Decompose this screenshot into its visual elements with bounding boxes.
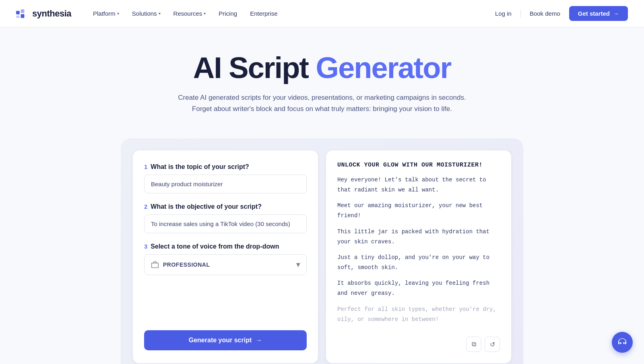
card-area: 1 What is the topic of your script? 2 Wh… (121, 138, 523, 364)
tone-dropdown[interactable]: PROFESSIONAL ▾ (144, 254, 307, 275)
step-1-number: 1 (144, 163, 147, 170)
objective-input[interactable] (144, 214, 307, 233)
headset-icon (617, 337, 627, 347)
chevron-down-icon: ▾ (296, 260, 300, 269)
logo-link[interactable]: synthesia (16, 8, 71, 19)
chevron-down-icon: ▾ (117, 11, 119, 16)
generate-button[interactable]: Generate your script → (144, 330, 307, 350)
copy-button[interactable]: ⧉ (466, 337, 481, 352)
book-demo-link[interactable]: Book demo (524, 7, 566, 20)
topic-input[interactable] (144, 175, 307, 193)
hero-subtitle: Create AI generated scripts for your vid… (169, 92, 475, 114)
get-started-button[interactable]: Get started → (569, 6, 628, 21)
logo-icon (16, 9, 29, 18)
svg-point-5 (620, 342, 621, 344)
nav-item-solutions[interactable]: Solutions ▾ (126, 7, 166, 20)
chevron-down-icon: ▾ (159, 11, 161, 16)
form-panel: 1 What is the topic of your script? 2 Wh… (133, 150, 318, 363)
copy-icon: ⧉ (472, 341, 476, 348)
step-2-number: 2 (144, 203, 147, 210)
form-section-objective: 2 What is the objective of your script? (144, 203, 307, 233)
output-title: UNLOCK YOUR GLOW WITH OUR MOISTURIZER! (337, 162, 500, 169)
step-2-label: What is the objective of your script? (151, 203, 262, 210)
tone-value: PROFESSIONAL (163, 261, 210, 268)
logo-text: synthesia (32, 8, 71, 19)
output-panel: UNLOCK YOUR GLOW WITH OUR MOISTURIZER! H… (326, 150, 511, 363)
output-actions: ⧉ ↺ (337, 337, 500, 352)
hero-title-accent: Generator (316, 51, 451, 84)
output-para-3: This little jar is packed with hydration… (337, 227, 500, 247)
nav-right: Log in Book demo Get started → (489, 6, 628, 21)
form-section-tone: 3 Select a tone of voice from the drop-d… (144, 243, 307, 275)
svg-point-6 (623, 342, 625, 344)
login-link[interactable]: Log in (489, 7, 517, 20)
chevron-down-icon: ▾ (204, 11, 206, 16)
output-para-6: Perfect for all skin types, whether you'… (337, 304, 500, 325)
svg-rect-0 (16, 10, 20, 14)
form-section-topic: 1 What is the topic of your script? (144, 163, 307, 193)
hero-section: AI Script Generator Create AI generated … (0, 27, 644, 126)
refresh-button[interactable]: ↺ (485, 337, 500, 352)
step-3-label: Select a tone of voice from the drop-dow… (151, 243, 279, 250)
chat-bubble-button[interactable] (612, 332, 633, 353)
step-3-number: 3 (144, 243, 147, 250)
step-1-label: What is the topic of your script? (151, 163, 249, 171)
nav-links: Platform ▾ Solutions ▾ Resources ▾ Prici… (87, 7, 489, 20)
navbar: synthesia Platform ▾ Solutions ▾ Resourc… (0, 0, 644, 27)
output-para-4: Just a tiny dollop, and you're on your w… (337, 253, 500, 273)
briefcase-icon (151, 261, 159, 269)
nav-item-platform[interactable]: Platform ▾ (87, 7, 125, 20)
nav-divider (520, 10, 521, 18)
output-para-5: It absorbs quickly, leaving you feeling … (337, 278, 500, 298)
svg-rect-2 (16, 15, 20, 18)
nav-item-enterprise[interactable]: Enterprise (244, 7, 283, 20)
output-body: Hey everyone! Let's talk about the secre… (337, 175, 500, 330)
svg-rect-4 (152, 263, 159, 268)
nav-item-resources[interactable]: Resources ▾ (168, 7, 212, 20)
refresh-icon: ↺ (490, 341, 495, 348)
nav-item-pricing[interactable]: Pricing (213, 7, 243, 20)
svg-rect-3 (21, 14, 25, 18)
output-para-1: Hey everyone! Let's talk about the secre… (337, 175, 500, 195)
output-para-2: Meet our amazing moisturizer, your new b… (337, 201, 500, 221)
hero-title: AI Script Generator (8, 51, 636, 84)
svg-rect-1 (21, 9, 25, 13)
